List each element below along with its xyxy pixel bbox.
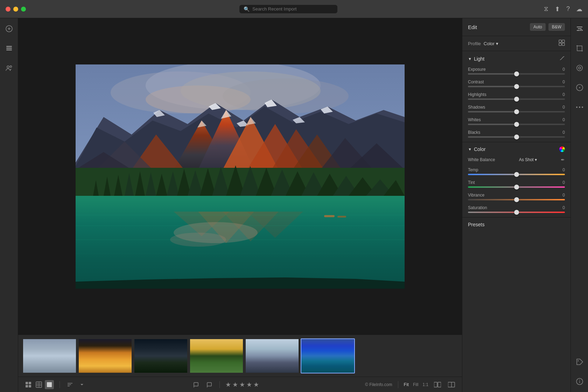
presets-label[interactable]: Presets (468, 222, 484, 227)
view-mode-buttons (24, 380, 54, 389)
star-5[interactable]: ★ (253, 381, 259, 388)
minimize-button[interactable] (13, 7, 18, 12)
highlights-slider[interactable] (468, 98, 565, 100)
split-view-button[interactable] (447, 380, 456, 389)
exposure-slider-row: Exposure 0 (468, 67, 565, 75)
vibrance-slider[interactable] (468, 199, 565, 200)
edit-panel-icon[interactable] (573, 22, 586, 35)
flag-button-1[interactable] (191, 380, 201, 389)
edit-header: Edit Auto B&W (462, 18, 570, 36)
close-button[interactable] (6, 7, 10, 12)
titlebar-actions: ⧖ ⬆ ? ☁ (544, 5, 582, 13)
thumbnail-1[interactable] (22, 338, 77, 373)
color-section-title: Color (474, 146, 557, 152)
white-balance-row: White Balance As Shot ▾ ✒ (468, 157, 565, 163)
filter-icon[interactable]: ⧖ (544, 5, 548, 13)
svg-rect-5 (6, 49, 12, 50)
svg-rect-94 (434, 382, 437, 387)
tag-icon[interactable] (573, 356, 586, 368)
svg-point-6 (7, 66, 9, 68)
shadows-slider[interactable] (468, 111, 565, 112)
tint-label: Tint (468, 180, 475, 185)
healing-icon[interactable] (573, 62, 586, 74)
separator-1 (59, 381, 60, 388)
blacks-slider[interactable] (468, 136, 565, 138)
copyright-text: © FileInfo.com (365, 382, 392, 387)
star-rating[interactable]: ★ ★ ★ ★ ★ (225, 381, 259, 388)
light-section: ▼ Light Exposure 0 Con (462, 51, 570, 142)
svg-point-109 (579, 87, 580, 88)
main-area: ★ ★ ★ ★ ★ © FileInfo.com Fit Fill 1:1 Ed… (0, 18, 588, 392)
svg-point-7 (10, 66, 12, 68)
auto-button[interactable]: Auto (530, 23, 546, 31)
radial-filter-icon[interactable] (573, 81, 586, 94)
contrast-slider[interactable] (468, 86, 565, 87)
fill-button[interactable]: Fill (413, 382, 418, 387)
flag-button-2[interactable] (205, 380, 214, 389)
saturation-slider-row: Saturation 0 (468, 205, 565, 213)
share-icon[interactable]: ⬆ (555, 5, 560, 13)
temp-slider[interactable] (468, 174, 565, 175)
sort-button[interactable] (65, 380, 75, 389)
exposure-slider[interactable] (468, 73, 565, 75)
image-viewer[interactable] (18, 18, 462, 335)
more-icon[interactable] (573, 101, 586, 114)
light-section-title: Light (474, 56, 557, 62)
fit-button[interactable]: Fit (404, 382, 409, 387)
light-curve-icon[interactable] (559, 55, 565, 62)
temp-slider-row: Temp 0 (468, 167, 565, 175)
svg-rect-95 (438, 382, 441, 387)
svg-point-107 (579, 67, 581, 69)
thumbnail-5[interactable] (245, 338, 299, 373)
highlights-label: Highlights (468, 92, 486, 97)
cloud-icon[interactable]: ☁ (576, 5, 582, 13)
profile-grid-icon[interactable] (559, 40, 565, 47)
maximize-button[interactable] (21, 7, 26, 12)
grid-view-button[interactable] (24, 380, 33, 389)
main-photo (76, 64, 405, 289)
thumbnail-4[interactable] (189, 338, 244, 373)
help-icon[interactable]: ? (566, 5, 570, 13)
svg-rect-100 (559, 43, 561, 46)
vibrance-value: 0 (562, 193, 565, 198)
white-balance-dropdown[interactable]: As Shot ▾ (519, 157, 537, 162)
saturation-slider[interactable] (468, 212, 565, 213)
info-icon[interactable] (573, 375, 586, 388)
square-grid-view-button[interactable] (34, 380, 43, 389)
vibrance-label: Vibrance (468, 193, 484, 198)
edit-title: Edit (468, 24, 527, 30)
whites-slider[interactable] (468, 124, 565, 125)
whites-label: Whites (468, 117, 481, 122)
eyedropper-icon[interactable]: ✒ (561, 157, 565, 163)
tint-slider[interactable] (468, 186, 565, 188)
separator-3 (398, 381, 398, 388)
thumbnail-2[interactable] (78, 338, 132, 373)
library-icon[interactable] (3, 42, 15, 55)
profile-value[interactable]: Color ▾ (484, 41, 498, 46)
bw-button[interactable]: B&W (548, 23, 565, 31)
vibrance-slider-row: Vibrance 0 (468, 193, 565, 200)
star-4[interactable]: ★ (246, 381, 252, 388)
dropdown-button[interactable] (79, 381, 85, 388)
svg-rect-99 (562, 40, 565, 42)
star-1[interactable]: ★ (225, 381, 231, 388)
star-3[interactable]: ★ (239, 381, 245, 388)
tint-value: 0 (562, 180, 565, 185)
light-toggle[interactable]: ▼ (468, 57, 472, 61)
single-view-button[interactable] (45, 380, 54, 389)
people-icon[interactable] (3, 62, 15, 74)
thumbnail-6-active[interactable] (301, 338, 355, 373)
add-icon[interactable] (3, 22, 15, 35)
crop-icon[interactable] (573, 42, 586, 55)
color-wheel-icon[interactable] (559, 146, 565, 152)
thumbnail-3[interactable] (134, 338, 188, 373)
compare-button[interactable] (433, 380, 442, 389)
svg-rect-80 (36, 382, 42, 387)
search-input[interactable] (252, 6, 333, 12)
blacks-slider-row: Blacks 0 (468, 130, 565, 138)
search-bar: 🔍 (33, 5, 544, 13)
ratio-button[interactable]: 1:1 (422, 382, 428, 387)
search-input-wrap[interactable]: 🔍 (239, 5, 337, 13)
color-toggle[interactable]: ▼ (468, 147, 472, 151)
star-2[interactable]: ★ (232, 381, 238, 388)
